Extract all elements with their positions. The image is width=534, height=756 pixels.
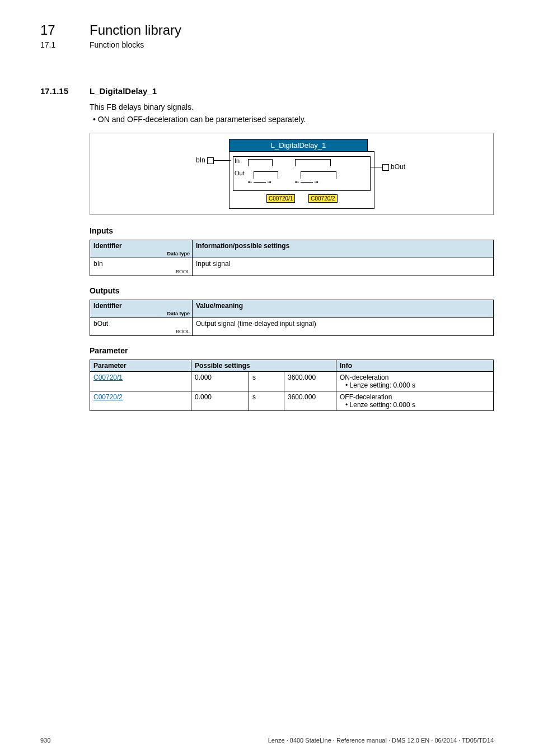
page-footer: 930 Lenze · 8400 StateLine · Reference m… [40, 737, 494, 744]
intro-text: This FB delays binary signals. [90, 102, 494, 111]
table-row: C00720/1 0.000 s 3600.000 ON-deceleratio… [90, 372, 494, 391]
code-chip-1: C00720/1 [266, 194, 295, 203]
input-id-cell: bIn BOOL [90, 258, 193, 276]
param-min-cell: 0.000 [191, 372, 249, 391]
section-number: 17.1 [40, 40, 90, 49]
param-unit-cell: s [249, 391, 284, 411]
subsection-heading: 17.1.15L_DigitalDelay_1 [40, 86, 494, 96]
port-in-box-icon [207, 157, 214, 164]
graph-label-out: Out [235, 170, 245, 176]
output-id: bOut [93, 320, 108, 328]
port-in-label: bIn [196, 156, 205, 164]
pulse-in-2-icon [295, 159, 331, 166]
param-info-line1: OFF-deceleration [340, 393, 392, 401]
chapter-heading: 17Function library [40, 22, 494, 38]
section-title: Function blocks [90, 40, 144, 49]
diagram-port-out: bOut [366, 163, 405, 171]
delay-arrow-left-icon: ⇤⇥ [248, 179, 271, 185]
function-block-diagram: L_DigitalDelay_1 bIn bOut In Out [90, 133, 494, 215]
param-info-line2: • Lenze setting: 0.000 s [340, 401, 490, 409]
datatype-header-text: Data type [167, 251, 190, 256]
param-max-cell: 3600.000 [284, 391, 336, 411]
table-header-row: Identifier Data type Information/possibl… [90, 240, 494, 258]
param-info-line2: • Lenze setting: 0.000 s [340, 381, 490, 389]
code-chip-2: C00720/2 [308, 194, 337, 203]
param-cell: C00720/1 [90, 372, 191, 391]
diagram-code-row: C00720/1 C00720/2 [233, 193, 371, 203]
subsection-number: 17.1.15 [40, 86, 90, 96]
col-possible-settings: Possible settings [191, 360, 336, 372]
output-dtype: BOOL [176, 329, 190, 334]
table-header-row: Identifier Data type Value/meaning [90, 300, 494, 318]
section-heading: 17.1Function blocks [40, 40, 494, 49]
graph-label-in: In [235, 157, 240, 164]
pulse-out-1-icon [254, 171, 278, 179]
input-id: bIn [93, 260, 103, 268]
parameter-table: Parameter Possible settings Info C00720/… [90, 360, 494, 411]
timing-graph: In Out ⇤⇥ ⇤⇥ [233, 156, 371, 191]
table-row: bIn BOOL Input signal [90, 258, 494, 276]
pulse-in-1-icon [248, 159, 273, 166]
outputs-table: Identifier Data type Value/meaning bOut … [90, 300, 494, 336]
param-max-cell: 3600.000 [284, 372, 336, 391]
param-info-cell: ON-deceleration • Lenze setting: 0.000 s [336, 372, 494, 391]
col-identifier: Identifier Data type [90, 300, 193, 318]
port-out-label: bOut [391, 163, 405, 171]
table-header-row: Parameter Possible settings Info [90, 360, 494, 372]
col-info: Value/meaning [193, 300, 494, 318]
table-row: bOut BOOL Output signal (time-delayed in… [90, 318, 494, 336]
diagram-body: bIn bOut In Out [229, 151, 374, 209]
output-id-cell: bOut BOOL [90, 318, 193, 336]
param-unit-cell: s [249, 372, 284, 391]
col-info: Info [336, 360, 494, 372]
input-dtype: BOOL [176, 269, 190, 274]
delay-arrow-right-icon: ⇤⇥ [295, 179, 318, 185]
chapter-title: Function library [90, 22, 181, 38]
separator-dashes: _ _ _ _ _ _ _ _ _ _ _ _ _ _ _ _ _ _ _ _ … [40, 62, 494, 71]
parameter-heading: Parameter [90, 346, 494, 355]
inputs-table: Identifier Data type Information/possibl… [90, 240, 494, 276]
diagram-port-in: bIn [196, 156, 231, 164]
bullet-text: • ON and OFF-deceleration can be paramet… [93, 115, 494, 124]
output-info-cell: Output signal (time-delayed input signal… [193, 318, 494, 336]
pulse-out-2-icon [301, 171, 336, 179]
param-info-cell: OFF-deceleration • Lenze setting: 0.000 … [336, 391, 494, 411]
chapter-number: 17 [40, 22, 90, 38]
col-info: Information/possible settings [193, 240, 494, 258]
subsection-title: L_DigitalDelay_1 [90, 86, 157, 96]
doc-reference: Lenze · 8400 StateLine · Reference manua… [268, 737, 494, 744]
table-row: C00720/2 0.000 s 3600.000 OFF-decelerati… [90, 391, 494, 411]
identifier-header-text: Identifier [93, 242, 122, 250]
port-out-box-icon [382, 164, 389, 171]
input-info-cell: Input signal [193, 258, 494, 276]
diagram-title: L_DigitalDelay_1 [229, 139, 368, 151]
col-identifier: Identifier Data type [90, 240, 193, 258]
param-min-cell: 0.000 [191, 391, 249, 411]
port-in-line-icon [214, 160, 231, 161]
param-link[interactable]: C00720/1 [93, 374, 123, 381]
identifier-header-text: Identifier [93, 302, 122, 310]
param-info-line1: ON-deceleration [340, 374, 388, 381]
outputs-heading: Outputs [90, 286, 494, 295]
datatype-header-text: Data type [167, 311, 190, 316]
col-parameter: Parameter [90, 360, 191, 372]
page-number: 930 [40, 737, 50, 744]
inputs-heading: Inputs [90, 226, 494, 235]
param-cell: C00720/2 [90, 391, 191, 411]
param-link[interactable]: C00720/2 [93, 393, 123, 401]
